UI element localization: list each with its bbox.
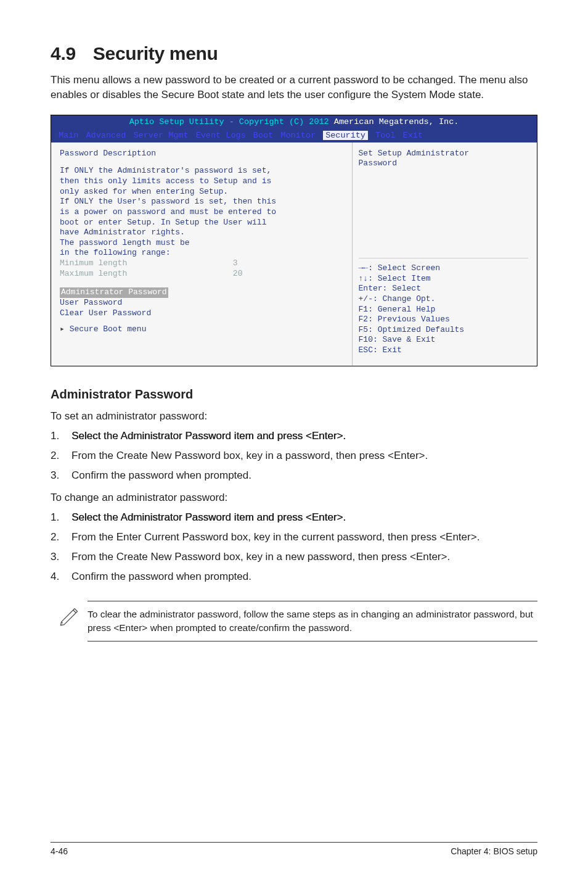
list-item: 3.From the Create New Password box, key … [51, 550, 537, 564]
bios-desc-line: have Administrator rights. [60, 228, 347, 238]
menu-event-logs[interactable]: Event Logs [196, 131, 246, 140]
bios-max-length: Maximum length 20 [60, 269, 347, 279]
bios-desc-line: boot or enter Setup. In Setup the User w… [60, 218, 347, 228]
chapter-label: Chapter 4: BIOS setup [451, 846, 537, 856]
list-item: 2.From the Enter Current Password box, k… [51, 530, 537, 545]
bios-secure-boot-menu[interactable]: ▸ Secure Boot menu [60, 324, 347, 335]
list-item: 3.Confirm the password when prompted. [51, 468, 537, 483]
bios-left-pane: Password Description If ONLY the Adminis… [51, 142, 353, 366]
bios-screenshot: Aptio Setup Utility - Copyright (C) 2012… [51, 115, 537, 366]
list-item: 4.Confirm the password when prompted. [51, 569, 537, 584]
note-block: To clear the administrator password, fol… [51, 601, 537, 642]
menu-monitor[interactable]: Monitor [280, 131, 316, 140]
list-item: 1.Select the Administrator Password item… [51, 510, 537, 525]
bios-title-left: Aptio Setup Utility - Copyright (C) 2012 [129, 117, 334, 126]
bios-body: Password Description If ONLY the Adminis… [51, 142, 537, 366]
note-text: To clear the administrator password, fol… [88, 601, 537, 642]
menu-exit[interactable]: Exit [403, 131, 423, 140]
menu-server-mgmt[interactable]: Server Mgmt [133, 131, 188, 140]
bios-header: Aptio Setup Utility - Copyright (C) 2012… [51, 115, 537, 142]
bios-help-text: →←: Select Screen ↑↓: Select Item Enter:… [359, 263, 528, 356]
bios-menu-bar: Main Advanced Server Mgmt Event Logs Boo… [51, 129, 537, 142]
list-item: 2.From the Create New Password box, key … [51, 448, 537, 463]
menu-tool[interactable]: Tool [375, 131, 395, 140]
bios-left-heading: Password Description [60, 149, 347, 159]
list-item: 1.Select the Administrator Password item… [51, 429, 537, 444]
bios-title: Aptio Setup Utility - Copyright (C) 2012… [51, 115, 537, 128]
bios-desc-line: then this only limits access to Setup an… [60, 176, 347, 187]
bios-desc-line: in the following range: [60, 248, 347, 258]
admin-password-heading: Administrator Password [51, 387, 537, 402]
set-steps-list: 1.Select the Administrator Password item… [51, 429, 537, 483]
bios-item-admin-password[interactable]: Administrator Password [60, 287, 347, 298]
bios-item-clear-user-password[interactable]: Clear User Password [60, 308, 347, 319]
bios-desc-line: only asked for when entering Setup. [60, 187, 347, 197]
bios-desc-line: If ONLY the Administrator's password is … [60, 166, 347, 176]
set-intro: To set an administrator password: [51, 410, 537, 423]
lead-paragraph: This menu allows a new password to be cr… [51, 73, 537, 102]
page-number: 4-46 [51, 846, 68, 856]
menu-boot[interactable]: Boot [253, 131, 273, 140]
note-pencil-icon [51, 601, 88, 627]
bios-min-length: Minimum length 3 [60, 258, 347, 269]
change-steps-list: 1.Select the Administrator Password item… [51, 510, 537, 585]
bios-desc-line: is a power on password and must be enter… [60, 207, 347, 218]
bios-right-heading: Set Setup Administrator Password [359, 149, 528, 169]
bios-right-pane: Set Setup Administrator Password →←: Sel… [353, 142, 537, 366]
submenu-arrow-icon: ▸ [60, 324, 70, 334]
menu-security[interactable]: Security [323, 131, 368, 140]
bios-title-right: American Megatrends, Inc. [334, 117, 459, 126]
bios-right-divider [359, 258, 528, 258]
heading-number: 4.9 [51, 43, 76, 64]
bios-item-user-password[interactable]: User Password [60, 298, 347, 308]
bios-desc-line: The password length must be [60, 238, 347, 249]
page-footer: 4-46 Chapter 4: BIOS setup [51, 842, 537, 856]
menu-advanced[interactable]: Advanced [86, 131, 126, 140]
change-intro: To change an administrator password: [51, 492, 537, 504]
heading-title: Security menu [93, 43, 218, 64]
menu-main[interactable]: Main [59, 131, 78, 140]
page-heading: 4.9Security menu [51, 43, 537, 64]
bios-desc-line: If ONLY the User's password is set, then… [60, 197, 347, 207]
